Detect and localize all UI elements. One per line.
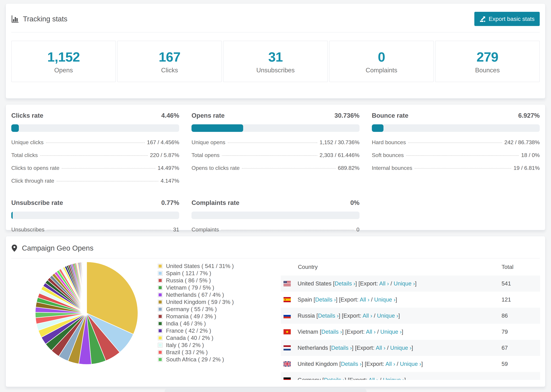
legend-label: Vietnam ( 79 / 5% ) (166, 284, 214, 291)
dotted-leader (221, 230, 354, 230)
export-unique-link[interactable]: Unique › (400, 361, 421, 367)
rate-row-label: Complaints (191, 226, 219, 233)
dotted-leader (222, 155, 317, 156)
export-all-link[interactable]: All › (368, 377, 378, 380)
rate-value: 0% (350, 199, 359, 206)
legend-label: United Kingdom ( 59 / 3% ) (166, 299, 234, 305)
legend-item: South Africa ( 29 / 2% ) (158, 356, 234, 363)
details-link[interactable]: Details › (318, 313, 339, 319)
legend-label: Brazil ( 33 / 2% ) (166, 349, 208, 356)
total-cell: 59 (502, 361, 540, 367)
legend-swatch (158, 350, 162, 355)
export-unique-link[interactable]: Unique › (377, 313, 398, 319)
campaign-geo-opens-card: Campaign Geo Opens United States ( 541 /… (6, 236, 545, 387)
rate-title: Complaints rate (191, 199, 239, 206)
rate-section: Opens rate 30.736% Unique opens 1,152 / … (191, 109, 359, 187)
dotted-leader (57, 181, 158, 182)
details-link[interactable]: Details › (341, 361, 361, 367)
details-link[interactable]: Details › (324, 377, 345, 380)
export-all-link[interactable]: All › (379, 280, 389, 287)
legend-label: Netherlands ( 67 / 4% ) (166, 292, 224, 298)
table-row: Netherlands [Details ›] [Export: All › /… (281, 340, 540, 356)
export-all-link[interactable]: All › (360, 296, 369, 303)
legend-swatch (158, 321, 162, 326)
table-row: United States [Details ›] [Export: All ›… (281, 275, 540, 292)
export-all-link[interactable]: All › (376, 345, 386, 351)
rate-row: Unsubscribes 31 (11, 223, 179, 236)
country-column-header: Country (298, 264, 502, 270)
stat-box-bounces: 279 Bounces (435, 41, 540, 82)
export-basic-stats-button[interactable]: Export basic stats (474, 12, 540, 26)
geo-section-title: Campaign Geo Opens (22, 244, 93, 252)
legend-item: Netherlands ( 67 / 4% ) (158, 291, 234, 298)
rate-row: Complaints 0 (191, 223, 359, 236)
legend-item: Russia ( 86 / 5% ) (158, 277, 234, 284)
progress-bar-fill (372, 124, 383, 132)
export-unique-link[interactable]: Unique › (390, 345, 411, 351)
table-row: Germany [Details ›] [Export: All › / Uni… (281, 372, 540, 380)
page-title: Tracking stats (23, 15, 67, 23)
dotted-leader (406, 155, 519, 156)
rate-row-label: Opens to clicks rate (191, 165, 240, 171)
rate-row-label: Click through rate (11, 178, 54, 184)
rate-row-value: 242 / 86.738% (504, 139, 540, 146)
legend-item: Spain ( 121 / 7% ) (158, 270, 234, 277)
country-cell: Netherlands [Details ›] [Export: All › /… (297, 345, 502, 351)
tracking-stats-card: Tracking stats Export basic stats 1,152 … (6, 3, 545, 98)
dotted-leader (62, 168, 155, 169)
export-unique-link[interactable]: Unique › (394, 280, 415, 287)
legend-item: Italy ( 36 / 2% ) (158, 342, 234, 349)
flag-vn-icon (283, 329, 291, 334)
rate-row: Unique clicks 167 / 4.456% (11, 136, 179, 149)
export-unique-link[interactable]: Unique › (380, 329, 402, 335)
legend-swatch (158, 328, 162, 333)
export-unique-link[interactable]: Unique › (383, 377, 404, 380)
details-link[interactable]: Details › (321, 329, 342, 335)
rate-row-value: 0 (356, 226, 360, 233)
stat-label: Complaints (330, 67, 433, 74)
legend-swatch (158, 343, 162, 348)
stats-row: 1,152 Opens 167 Clicks 31 Unsubscribes 0… (11, 41, 540, 82)
details-link[interactable]: Details › (331, 345, 352, 351)
progress-bar (191, 211, 359, 219)
rate-row: Soft bounces 18 / 0% (372, 149, 540, 162)
country-cell: United States [Details ›] [Export: All ›… (297, 280, 502, 287)
country-cell: Spain [Details ›] [Export: All › / Uniqu… (297, 296, 502, 303)
country-cell: Russia [Details ›] [Export: All › / Uniq… (297, 313, 502, 319)
rate-row-label: Total opens (191, 152, 219, 158)
total-cell: 67 (502, 345, 540, 351)
table-row: Spain [Details ›] [Export: All › / Uniqu… (281, 292, 540, 308)
legend-label: Canada ( 40 / 2% ) (166, 335, 213, 341)
legend-label: Germany ( 55 / 3% ) (166, 306, 217, 313)
legend-label: United States ( 541 / 31% ) (166, 263, 234, 269)
pie-legend: United States ( 541 / 31% ) Spain ( 121 … (158, 263, 234, 363)
total-cell: 541 (502, 280, 540, 287)
table-row: Vietnam [Details ›] [Export: All › / Uni… (281, 324, 540, 340)
legend-item: United States ( 541 / 31% ) (158, 263, 234, 270)
table-header-row: Country Total (281, 259, 540, 275)
legend-label: France ( 42 / 2% ) (166, 328, 211, 334)
bar-chart-icon (11, 15, 19, 23)
rate-section: Complaints rate 0% Complaints 0 (191, 196, 359, 236)
legend-item: Canada ( 40 / 2% ) (158, 334, 234, 342)
flag-es-icon (283, 297, 291, 302)
rate-value: 4.46% (161, 112, 179, 119)
export-all-link[interactable]: All › (363, 313, 372, 319)
legend-item: India ( 46 / 3% ) (158, 320, 234, 327)
dotted-leader (47, 230, 171, 230)
export-icon (480, 16, 486, 22)
legend-swatch (158, 357, 162, 362)
export-unique-link[interactable]: Unique › (374, 296, 396, 303)
legend-swatch (158, 336, 162, 340)
rate-row: Clicks to opens rate 14.497% (11, 162, 179, 175)
export-all-link[interactable]: All › (386, 361, 395, 367)
rate-row-label: Hard bounces (372, 139, 406, 146)
details-link[interactable]: Details › (315, 296, 336, 303)
details-link[interactable]: Details › (335, 280, 355, 287)
dotted-leader (40, 155, 148, 156)
rate-value: 30.736% (335, 112, 360, 119)
legend-swatch (158, 264, 162, 268)
rate-row: Hard bounces 242 / 86.738% (372, 136, 540, 149)
legend-swatch (158, 278, 162, 283)
export-all-link[interactable]: All › (366, 329, 376, 335)
